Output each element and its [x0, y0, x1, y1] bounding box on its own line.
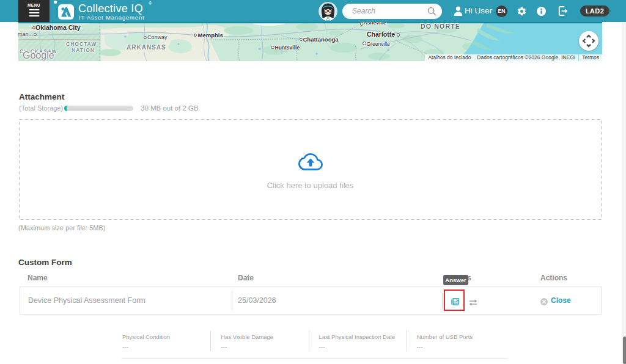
scrollbar-thumb[interactable] — [623, 337, 626, 364]
brand-logo-icon[interactable] — [58, 4, 74, 22]
storage-value: 30 MB out of 2 GB — [141, 104, 199, 112]
map-marker — [360, 22, 364, 26]
column-header-date: Date — [238, 274, 254, 282]
map-label-region: CHOCTAW — [66, 41, 97, 47]
map-label-city: Memphis — [198, 32, 223, 38]
pan-control[interactable] — [579, 31, 598, 51]
search-box — [342, 4, 442, 19]
menu-button[interactable]: MENU — [18, 0, 50, 22]
answers-preview: Physical Condition --- Has Visible Damag… — [112, 330, 504, 351]
column-header-name: Name — [28, 274, 48, 282]
swap-arrows-icon[interactable] — [469, 297, 477, 308]
map-marker — [363, 42, 366, 45]
gear-icon[interactable] — [517, 6, 527, 19]
answer-column: Physical Condition --- — [112, 330, 210, 351]
tenant-badge[interactable]: LAD2 — [580, 5, 609, 16]
answer-label: Last Physical Inspection Date — [319, 333, 407, 340]
map-label-city: Chattanooga — [303, 36, 339, 43]
hamburger-icon — [29, 9, 39, 18]
cloud-upload-icon — [298, 153, 323, 173]
upload-hint: Click here to upload files — [19, 181, 602, 190]
map-label-city: Oklahoma City — [35, 24, 81, 31]
menu-label: MENU — [18, 3, 50, 7]
person-icon — [454, 6, 463, 18]
search-icon[interactable] — [427, 7, 436, 18]
avatar[interactable] — [319, 2, 337, 21]
close-circle-icon[interactable] — [540, 297, 548, 308]
map-label-city: Huntsville — [275, 45, 300, 51]
max-size-note: (Maximum size per file: 5MB) — [18, 224, 105, 231]
answer-label: Number of USB Ports — [417, 333, 504, 340]
map-attr-terms[interactable]: Termos — [579, 54, 602, 61]
map-label-state: DO NORTE — [421, 23, 460, 30]
map-marker — [194, 34, 197, 37]
logo-dot — [54, 1, 57, 4]
language-badge[interactable]: EN — [496, 5, 507, 17]
scrollbar-track[interactable] — [622, 22, 626, 364]
map-marker — [34, 33, 37, 37]
map[interactable]: Oklahoma City rman CHOCTAW NATION CHICKA… — [18, 22, 602, 61]
map-marker — [144, 36, 147, 40]
answer-label: Has Visible Damage — [221, 333, 308, 340]
divider — [122, 359, 507, 359]
tooltip: Answer — [443, 275, 468, 285]
answer-value: --- — [417, 343, 504, 350]
google-logo: Google — [23, 50, 54, 61]
map-label-city: Charlotte — [367, 31, 395, 38]
row-form-name: Device Physical Assessment Form — [28, 296, 145, 305]
answer-column: Number of USB Ports --- — [407, 330, 504, 351]
brand-tagline: IT Asset Management — [79, 14, 144, 21]
pan-arrows-icon — [579, 31, 598, 51]
map-label-city: Asheville — [364, 22, 386, 26]
map-label-city: rman — [18, 31, 29, 37]
map-attr-data: Dados cartográficos ©2026 Google, INEGI — [474, 54, 578, 61]
app-header: MENU Collective IQ ® IT Asset Management — [0, 0, 626, 22]
answer-label: Physical Condition — [122, 333, 210, 340]
newspaper-icon[interactable] — [451, 297, 459, 308]
answer-value: --- — [221, 343, 308, 350]
answer-value: --- — [122, 343, 210, 350]
logout-icon[interactable] — [558, 6, 569, 18]
map-label-city: Conway — [147, 34, 168, 40]
registered-mark: ® — [149, 1, 152, 5]
info-icon[interactable] — [537, 7, 546, 18]
column-header-actions: Actions — [540, 274, 567, 282]
answer-value: --- — [319, 343, 407, 350]
cell-divider — [232, 291, 232, 310]
row-form-date: 25/03/2026 — [238, 296, 276, 305]
map-marker — [271, 46, 274, 49]
close-button[interactable]: Close — [551, 296, 571, 305]
map-attribution: Atalhos do teclado Dados cartográficos ©… — [425, 54, 602, 61]
upload-dropzone[interactable]: Click here to upload files — [19, 119, 602, 220]
custom-form-title: Custom Form — [18, 258, 72, 267]
map-label-city: Greenville — [367, 41, 390, 47]
map-label-region: NATION — [72, 47, 95, 53]
map-label-state: ARKANSAS — [127, 44, 166, 51]
storage-progress-fill — [64, 106, 67, 111]
map-marker — [300, 38, 303, 42]
user-greeting[interactable]: Hi User — [465, 6, 492, 15]
search-input[interactable] — [352, 4, 425, 19]
map-attr-shortcuts[interactable]: Atalhos do teclado — [425, 54, 474, 61]
map-marker — [397, 33, 400, 37]
attachment-title: Attachment — [19, 92, 64, 101]
cell-divider — [442, 293, 443, 310]
storage-progress-bar — [64, 106, 133, 111]
answer-column: Last Physical Inspection Date --- — [309, 330, 407, 351]
total-storage-label: (Total Storage) — [19, 104, 63, 112]
answer-column: Has Visible Damage --- — [210, 330, 308, 351]
